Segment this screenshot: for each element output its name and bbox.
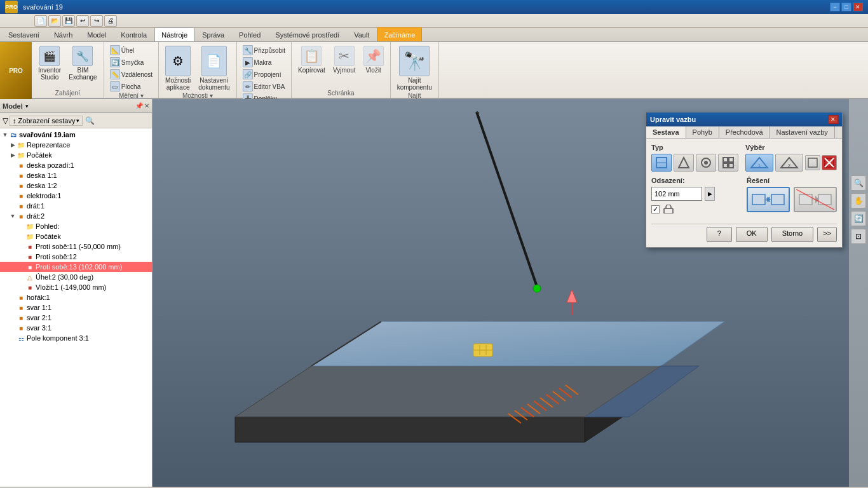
smycka-btn[interactable]: 🔄 Smyčka — [108, 57, 154, 68]
dialog-more-btn[interactable]: >> — [817, 227, 837, 242]
pan-btn[interactable]: ✋ — [851, 193, 866, 208]
tab-navrh[interactable]: Návrh — [47, 27, 79, 41]
svg-text:1: 1 — [758, 163, 761, 168]
vyjmout-btn[interactable]: ✂ Vyjmout — [330, 44, 358, 75]
tree-item-proti-sobe-12[interactable]: ■ Proti sobě:12 — [0, 252, 152, 262]
offset-input[interactable] — [651, 187, 702, 201]
tab-vault[interactable]: Vault — [347, 27, 376, 41]
tab-sestaveni[interactable]: Sestavení — [1, 27, 46, 41]
minimize-button[interactable]: − — [830, 3, 840, 11]
dialog-help-btn[interactable]: ? — [707, 227, 732, 242]
tree-item-elektroda[interactable]: ■ elektroda:1 — [0, 191, 152, 201]
qa-save-btn[interactable]: 💾 — [62, 15, 75, 27]
svg-rect-42 — [729, 158, 733, 162]
sel-extra-btn-2[interactable] — [822, 155, 837, 170]
search-icon[interactable]: 🔍 — [85, 116, 95, 125]
sel-extra-btn-1[interactable] — [805, 155, 820, 170]
tab-zaciname[interactable]: Začínáme — [377, 27, 422, 41]
uhel-btn[interactable]: 📐 Úhel — [108, 44, 154, 56]
panel-dropdown-icon[interactable]: ▾ — [25, 103, 29, 109]
panel-pin-btn[interactable]: 📌 — [135, 102, 143, 109]
reseni-btn-2[interactable] — [794, 187, 837, 212]
plocha-btn[interactable]: ▭ Plocha — [108, 81, 154, 92]
offset-expand-btn[interactable]: ▶ — [705, 187, 715, 201]
model-tree[interactable]: ▼ 🗂 svařování 19.iam ▶ 📁 Reprezentace ▶ … — [0, 128, 152, 487]
tree-item-pole[interactable]: ⚏ Pole komponent 3:1 — [0, 333, 152, 343]
dialog-tab-pohyb[interactable]: Pohyb — [686, 126, 719, 138]
propojeni-btn[interactable]: 🔗 Propojení — [241, 69, 287, 80]
close-button[interactable]: ✕ — [853, 3, 863, 11]
tree-item-vlozit-1[interactable]: ■ Vložit:1 (-149,000 mm) — [0, 282, 152, 292]
filter-icon[interactable]: ▽ — [3, 116, 8, 125]
tab-sys[interactable]: Systémové prostředí — [268, 27, 346, 41]
title-bar: PRO svařování 19 − □ ✕ — [0, 0, 868, 14]
dialog-upravit-vazbu: Upravit vazbu ✕ Sestava Pohyb Přechodová… — [646, 112, 843, 248]
tree-item-reprezentace[interactable]: ▶ 📁 Reprezentace — [0, 140, 152, 150]
tree-item-pohled[interactable]: 📁 Pohled: — [0, 221, 152, 231]
offset-checkbox[interactable]: ✓ — [651, 205, 660, 214]
tree-item-deska-1-2[interactable]: ■ deska 1:2 — [0, 180, 152, 191]
reseni-btn-1[interactable] — [747, 187, 790, 212]
editor-vba-btn[interactable]: ✏ Editor VBA — [241, 81, 287, 92]
vzdalenost-btn[interactable]: 📏 Vzdálenost — [108, 69, 154, 80]
tree-item-pocatek2[interactable]: 📁 Počátek — [0, 231, 152, 241]
type-btn-planarne[interactable] — [651, 154, 672, 172]
tree-item-svar-1[interactable]: ■ svar 1:1 — [0, 302, 152, 313]
type-btn-symetrie[interactable] — [718, 154, 738, 172]
tree-item-svar-2[interactable]: ■ svar 2:1 — [0, 313, 152, 323]
makra-btn[interactable]: ▶ Makra — [241, 57, 287, 68]
bim-exchange-btn[interactable]: 🔧 BIMExchange — [66, 44, 99, 82]
nastaveni-dokumentu-btn[interactable]: 📄 Nastavenídokumentu — [196, 44, 232, 92]
dialog-tab-sestava[interactable]: Sestava — [646, 126, 686, 138]
sel-btn-2[interactable]: 2 — [775, 154, 803, 172]
qa-print-btn[interactable]: 🖨 — [104, 15, 117, 27]
tab-pohled[interactable]: Pohled — [232, 27, 268, 41]
dialog-cancel-btn[interactable]: Storno — [771, 227, 813, 242]
maximize-button[interactable]: □ — [841, 3, 851, 11]
tree-item-pocatek[interactable]: ▶ 📁 Počátek — [0, 150, 152, 160]
dialog-ok-btn[interactable]: OK — [736, 227, 768, 242]
sel-btn-1[interactable]: 1 — [745, 154, 773, 172]
panel-close-btn[interactable]: ✕ — [144, 102, 149, 109]
tree-item-drat-2[interactable]: ▼ ■ drát:2 — [0, 211, 152, 221]
fit-btn[interactable]: ⊡ — [851, 229, 866, 244]
tree-item-proti-sobe-11[interactable]: ■ Proti sobě:11 (-50,000 mm) — [0, 241, 152, 252]
dialog-title: Upravit vazbu — [650, 116, 696, 123]
viewport[interactable]: ZEPŘEDU Upravit vazbu ✕ Sestava Pohyb Př… — [153, 99, 868, 487]
tree-item-deska-pozadi[interactable]: ■ deska pozadí:1 — [0, 160, 152, 170]
ribbon-group-moznosti1: ⚙ Možnostiaplikace 📄 Nastavenídokumentu … — [159, 42, 237, 98]
tree-item-deska-1-1[interactable]: ■ deska 1:1 — [0, 170, 152, 180]
tab-model[interactable]: Model — [80, 27, 113, 41]
qa-undo-btn[interactable]: ↩ — [76, 15, 89, 27]
dialog-tab-prechodova[interactable]: Přechodová — [719, 126, 770, 138]
type-btn-klin[interactable] — [674, 154, 694, 172]
vlozit-btn[interactable]: 📌 Vložit — [361, 44, 386, 75]
group-label-mereni: Měření ▾ — [108, 92, 154, 100]
qa-redo-btn[interactable]: ↪ — [90, 15, 103, 27]
type-btn-vlozit[interactable] — [696, 154, 716, 172]
tab-nastroje[interactable]: Nástroje — [154, 27, 194, 41]
tab-sprava[interactable]: Správa — [195, 27, 231, 41]
pro-button[interactable]: PRO — [0, 42, 32, 99]
prizpusobit-btn[interactable]: 🔧 Přizpůsobit — [241, 44, 287, 56]
qa-new-btn[interactable]: 📄 — [34, 15, 47, 27]
tree-item-root[interactable]: ▼ 🗂 svařování 19.iam — [0, 130, 152, 140]
ribbon-group-schranka: 📋 Kopírovat ✂ Vyjmout 📌 Vložit Schránka — [292, 42, 391, 98]
zoom-btn[interactable]: 🔍 — [851, 175, 866, 191]
kopiovat-btn[interactable]: 📋 Kopírovat — [295, 44, 328, 75]
model-toolbar: ▽ ↕ Zobrazení sestavy ▾ 🔍 — [0, 113, 152, 128]
tree-item-proti-sobe-13[interactable]: ■ Proti sobě:13 (102,000 mm) — [0, 262, 152, 272]
inventor-studio-btn[interactable]: 🎬 InventorStudio — [36, 44, 64, 82]
view-dropdown[interactable]: ↕ Zobrazení sestavy ▾ — [10, 116, 83, 126]
najit-komponentu-btn[interactable]: 🔭 Najítkomponentu — [395, 44, 435, 92]
tree-item-horak[interactable]: ■ hořák:1 — [0, 292, 152, 302]
tree-item-drat-1[interactable]: ■ drát:1 — [0, 201, 152, 211]
tab-kontrola[interactable]: Kontrola — [114, 27, 154, 41]
rotate-btn[interactable]: 🔄 — [851, 211, 866, 226]
moznosti-aplikace-btn[interactable]: ⚙ Možnostiaplikace — [163, 44, 193, 92]
qa-open-btn[interactable]: 📂 — [48, 15, 61, 27]
tree-item-svar-3[interactable]: ■ svar 3:1 — [0, 323, 152, 333]
dialog-tab-nastaveni-vazby[interactable]: Nastavení vazby — [770, 126, 835, 138]
tree-item-uhel-2[interactable]: △ Úhel:2 (30,00 deg) — [0, 272, 152, 282]
dialog-close-btn[interactable]: ✕ — [828, 115, 838, 124]
